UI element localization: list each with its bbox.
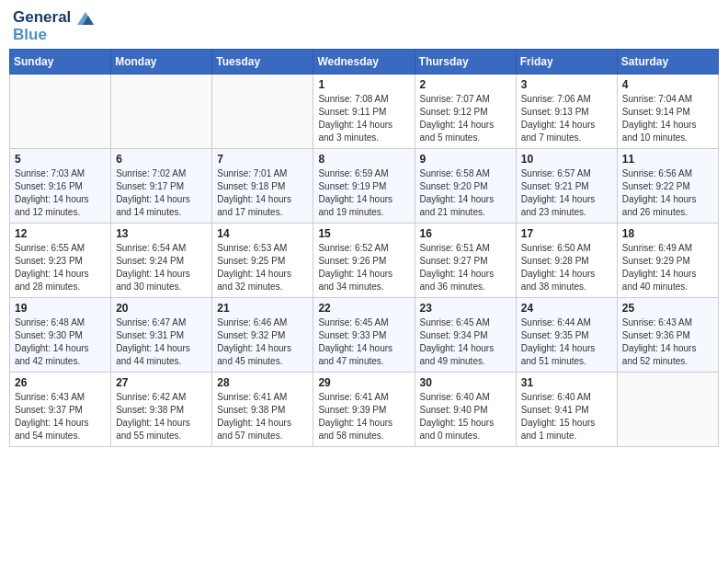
day-header-tuesday: Tuesday — [212, 50, 313, 75]
day-info: Sunrise: 6:56 AM Sunset: 9:22 PM Dayligh… — [622, 167, 713, 219]
day-info: Sunrise: 6:45 AM Sunset: 9:33 PM Dayligh… — [318, 316, 409, 368]
day-info: Sunrise: 6:43 AM Sunset: 9:37 PM Dayligh… — [15, 391, 106, 442]
calendar-cell: 6Sunrise: 7:02 AM Sunset: 9:17 PM Daylig… — [111, 149, 212, 224]
day-header-wednesday: Wednesday — [313, 50, 415, 75]
day-number: 11 — [622, 153, 713, 166]
calendar-cell: 25Sunrise: 6:43 AM Sunset: 9:36 PM Dayli… — [617, 298, 718, 373]
calendar-cell: 23Sunrise: 6:45 AM Sunset: 9:34 PM Dayli… — [415, 298, 516, 373]
calendar-table: SundayMondayTuesdayWednesdayThursdayFrid… — [9, 49, 719, 447]
logo: General Blue — [13, 9, 96, 43]
day-info: Sunrise: 6:40 AM Sunset: 9:41 PM Dayligh… — [521, 391, 612, 442]
day-number: 26 — [15, 376, 106, 389]
day-number: 14 — [217, 227, 308, 240]
day-info: Sunrise: 6:46 AM Sunset: 9:32 PM Dayligh… — [217, 316, 308, 368]
day-number: 17 — [521, 227, 612, 240]
calendar-cell — [111, 75, 212, 149]
calendar-cell: 27Sunrise: 6:42 AM Sunset: 9:38 PM Dayli… — [111, 373, 212, 447]
calendar-cell: 31Sunrise: 6:40 AM Sunset: 9:41 PM Dayli… — [516, 373, 617, 447]
day-number: 31 — [521, 376, 612, 389]
day-number: 8 — [318, 153, 409, 166]
calendar-cell: 29Sunrise: 6:41 AM Sunset: 9:39 PM Dayli… — [313, 373, 415, 447]
logo-text: General — [13, 9, 96, 27]
day-number: 23 — [420, 302, 511, 315]
day-header-monday: Monday — [111, 50, 212, 75]
calendar-cell: 7Sunrise: 7:01 AM Sunset: 9:18 PM Daylig… — [212, 149, 313, 224]
calendar-cell: 22Sunrise: 6:45 AM Sunset: 9:33 PM Dayli… — [313, 298, 415, 373]
day-info: Sunrise: 6:45 AM Sunset: 9:34 PM Dayligh… — [420, 316, 511, 368]
day-info: Sunrise: 7:02 AM Sunset: 9:17 PM Dayligh… — [116, 167, 207, 219]
day-number: 13 — [116, 227, 207, 240]
day-number: 16 — [420, 227, 511, 240]
calendar-cell: 19Sunrise: 6:48 AM Sunset: 9:30 PM Dayli… — [10, 298, 111, 373]
day-info: Sunrise: 6:43 AM Sunset: 9:36 PM Dayligh… — [622, 316, 713, 368]
calendar-cell — [617, 373, 718, 447]
day-info: Sunrise: 6:40 AM Sunset: 9:40 PM Dayligh… — [420, 391, 511, 442]
calendar-cell: 18Sunrise: 6:49 AM Sunset: 9:29 PM Dayli… — [617, 224, 718, 298]
day-header-saturday: Saturday — [617, 50, 718, 75]
calendar-cell: 21Sunrise: 6:46 AM Sunset: 9:32 PM Dayli… — [212, 298, 313, 373]
day-number: 9 — [420, 153, 511, 166]
day-info: Sunrise: 6:54 AM Sunset: 9:24 PM Dayligh… — [116, 242, 207, 293]
day-info: Sunrise: 6:59 AM Sunset: 9:19 PM Dayligh… — [318, 167, 409, 219]
day-info: Sunrise: 6:55 AM Sunset: 9:23 PM Dayligh… — [15, 242, 106, 293]
calendar-cell: 20Sunrise: 6:47 AM Sunset: 9:31 PM Dayli… — [111, 298, 212, 373]
calendar-cell: 4Sunrise: 7:04 AM Sunset: 9:14 PM Daylig… — [617, 75, 718, 149]
logo-blue: Blue — [13, 27, 96, 44]
calendar-cell: 17Sunrise: 6:50 AM Sunset: 9:28 PM Dayli… — [516, 224, 617, 298]
day-number: 7 — [217, 153, 308, 166]
day-number: 5 — [15, 153, 106, 166]
day-info: Sunrise: 6:42 AM Sunset: 9:38 PM Dayligh… — [116, 391, 207, 442]
day-info: Sunrise: 6:47 AM Sunset: 9:31 PM Dayligh… — [116, 316, 207, 368]
calendar-cell: 11Sunrise: 6:56 AM Sunset: 9:22 PM Dayli… — [617, 149, 718, 224]
calendar-cell: 1Sunrise: 7:08 AM Sunset: 9:11 PM Daylig… — [313, 75, 415, 149]
day-number: 24 — [521, 302, 612, 315]
day-number: 19 — [15, 302, 106, 315]
calendar-cell: 26Sunrise: 6:43 AM Sunset: 9:37 PM Dayli… — [10, 373, 111, 447]
day-header-friday: Friday — [516, 50, 617, 75]
day-number: 21 — [217, 302, 308, 315]
day-number: 29 — [318, 376, 409, 389]
day-number: 22 — [318, 302, 409, 315]
calendar-cell — [10, 75, 111, 149]
day-info: Sunrise: 6:41 AM Sunset: 9:39 PM Dayligh… — [318, 391, 409, 442]
day-info: Sunrise: 6:51 AM Sunset: 9:27 PM Dayligh… — [420, 242, 511, 293]
day-info: Sunrise: 7:03 AM Sunset: 9:16 PM Dayligh… — [15, 167, 106, 219]
day-info: Sunrise: 6:57 AM Sunset: 9:21 PM Dayligh… — [521, 167, 612, 219]
day-number: 25 — [622, 302, 713, 315]
day-number: 12 — [15, 227, 106, 240]
calendar-cell: 24Sunrise: 6:44 AM Sunset: 9:35 PM Dayli… — [516, 298, 617, 373]
day-info: Sunrise: 6:50 AM Sunset: 9:28 PM Dayligh… — [521, 242, 612, 293]
calendar-cell: 12Sunrise: 6:55 AM Sunset: 9:23 PM Dayli… — [10, 224, 111, 298]
calendar-cell: 30Sunrise: 6:40 AM Sunset: 9:40 PM Dayli… — [415, 373, 516, 447]
day-number: 30 — [420, 376, 511, 389]
day-header-sunday: Sunday — [10, 50, 111, 75]
day-number: 28 — [217, 376, 308, 389]
day-number: 27 — [116, 376, 207, 389]
day-number: 1 — [318, 78, 409, 91]
calendar-cell — [212, 75, 313, 149]
day-info: Sunrise: 6:58 AM Sunset: 9:20 PM Dayligh… — [420, 167, 511, 219]
calendar-cell: 8Sunrise: 6:59 AM Sunset: 9:19 PM Daylig… — [313, 149, 415, 224]
calendar-cell: 16Sunrise: 6:51 AM Sunset: 9:27 PM Dayli… — [415, 224, 516, 298]
calendar-cell: 28Sunrise: 6:41 AM Sunset: 9:38 PM Dayli… — [212, 373, 313, 447]
day-number: 6 — [116, 153, 207, 166]
page-header: General Blue — [9, 9, 719, 43]
calendar-cell: 14Sunrise: 6:53 AM Sunset: 9:25 PM Dayli… — [212, 224, 313, 298]
day-info: Sunrise: 7:01 AM Sunset: 9:18 PM Dayligh… — [217, 167, 308, 219]
day-info: Sunrise: 6:49 AM Sunset: 9:29 PM Dayligh… — [622, 242, 713, 293]
day-info: Sunrise: 7:08 AM Sunset: 9:11 PM Dayligh… — [318, 93, 409, 144]
calendar-cell: 5Sunrise: 7:03 AM Sunset: 9:16 PM Daylig… — [10, 149, 111, 224]
day-info: Sunrise: 6:44 AM Sunset: 9:35 PM Dayligh… — [521, 316, 612, 368]
calendar-cell: 9Sunrise: 6:58 AM Sunset: 9:20 PM Daylig… — [415, 149, 516, 224]
day-info: Sunrise: 6:41 AM Sunset: 9:38 PM Dayligh… — [217, 391, 308, 442]
day-number: 15 — [318, 227, 409, 240]
day-info: Sunrise: 7:07 AM Sunset: 9:12 PM Dayligh… — [420, 93, 511, 144]
calendar-cell: 13Sunrise: 6:54 AM Sunset: 9:24 PM Dayli… — [111, 224, 212, 298]
day-info: Sunrise: 6:48 AM Sunset: 9:30 PM Dayligh… — [15, 316, 106, 368]
calendar-cell: 10Sunrise: 6:57 AM Sunset: 9:21 PM Dayli… — [516, 149, 617, 224]
day-number: 4 — [622, 78, 713, 91]
day-number: 18 — [622, 227, 713, 240]
calendar-cell: 3Sunrise: 7:06 AM Sunset: 9:13 PM Daylig… — [516, 75, 617, 149]
day-info: Sunrise: 6:52 AM Sunset: 9:26 PM Dayligh… — [318, 242, 409, 293]
day-info: Sunrise: 6:53 AM Sunset: 9:25 PM Dayligh… — [217, 242, 308, 293]
